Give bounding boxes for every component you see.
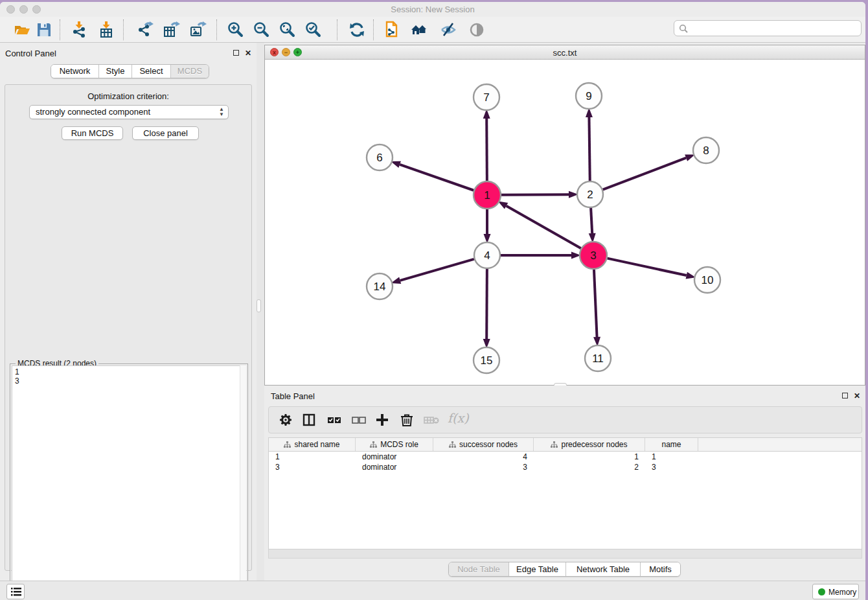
table-cell[interactable]: dominator xyxy=(356,462,433,472)
zoom-fit-icon[interactable] xyxy=(279,21,297,39)
column-header-name[interactable]: name xyxy=(645,438,698,451)
table-row[interactable]: 3dominator323 xyxy=(269,462,862,472)
toolbar-separator xyxy=(60,19,61,40)
column-tree-icon xyxy=(449,441,456,448)
add-row-icon[interactable] xyxy=(374,412,390,428)
optimization-criterion-value: strongly connected component xyxy=(36,107,150,117)
refresh-layout-icon[interactable] xyxy=(348,21,366,39)
select-stepper-icon: ▲▼ xyxy=(219,107,224,117)
status-bar: Memory xyxy=(0,581,865,600)
new-network-from-selection-icon[interactable] xyxy=(382,21,400,39)
tab-select[interactable]: Select xyxy=(132,65,171,78)
network-window-title: scc.txt xyxy=(265,48,865,58)
graph-edge-2-3[interactable] xyxy=(591,208,592,233)
graph-edge-3-11[interactable] xyxy=(594,270,597,337)
delete-selected-icon[interactable] xyxy=(400,412,414,428)
memory-button[interactable]: Memory xyxy=(812,584,859,599)
graph-edge-1-2[interactable] xyxy=(501,194,569,195)
control-panel-title: Control Panel xyxy=(5,49,56,58)
table-cell[interactable]: 1 xyxy=(645,452,698,462)
graph-edge-4-15[interactable] xyxy=(486,269,487,339)
graph-edge-2-8[interactable] xyxy=(603,158,687,190)
control-panel-close-icon[interactable]: ✕ xyxy=(245,49,251,57)
graph-node-label-8: 8 xyxy=(703,144,709,157)
close-panel-button[interactable]: Close panel xyxy=(132,126,199,140)
table-cell[interactable]: 3 xyxy=(433,462,534,472)
delete-column-icon[interactable] xyxy=(423,412,440,428)
toolbar-separator xyxy=(373,19,374,40)
graph-node-label-11: 11 xyxy=(592,352,604,365)
zoom-selected-icon[interactable] xyxy=(304,21,323,39)
graph-edge-3-1[interactable] xyxy=(507,206,581,248)
search-field[interactable] xyxy=(674,20,862,36)
table-panel-title: Table Panel xyxy=(271,391,315,401)
export-network-icon[interactable] xyxy=(136,21,154,39)
show-columns-icon[interactable] xyxy=(301,412,317,428)
toolbar-separator xyxy=(123,19,124,40)
column-header-label: predecessor nodes xyxy=(561,440,627,449)
mcds-result-textarea[interactable]: 1 3 xyxy=(12,365,246,600)
tab-edge-table[interactable]: Edge Table xyxy=(509,562,566,576)
splitter-handle[interactable] xyxy=(257,299,261,312)
hide-selected-icon[interactable] xyxy=(439,21,457,39)
select-all-icon[interactable] xyxy=(326,412,343,428)
table-cell[interactable]: 3 xyxy=(269,462,356,472)
table-panel: Table Panel ✕ f(x) xyxy=(264,386,865,581)
table-row[interactable]: 1dominator411 xyxy=(269,452,862,462)
column-header-successor-nodes[interactable]: successor nodes xyxy=(433,438,534,451)
open-session-icon[interactable] xyxy=(13,21,31,39)
apply-function-icon[interactable]: f(x) xyxy=(448,411,469,425)
column-header-label: successor nodes xyxy=(459,440,518,449)
graph-edge-1-6[interactable] xyxy=(400,165,474,190)
column-header-shared-name[interactable]: shared name xyxy=(269,438,356,451)
window-title: Session: New Session xyxy=(0,5,865,14)
tab-style[interactable]: Style xyxy=(99,65,132,78)
column-header-predecessor-nodes[interactable]: predecessor nodes xyxy=(534,438,645,451)
import-network-icon[interactable] xyxy=(70,21,88,39)
optimization-criterion-select[interactable]: strongly connected component ▲▼ xyxy=(29,105,229,119)
show-all-icon[interactable] xyxy=(468,21,486,39)
main-titlebar: Session: New Session xyxy=(0,2,865,17)
table-cell[interactable]: dominator xyxy=(356,452,433,462)
tab-motifs[interactable]: Motifs xyxy=(641,562,680,576)
table-panel-close-icon[interactable]: ✕ xyxy=(854,392,860,400)
table-horizontal-scrollbar[interactable] xyxy=(268,549,862,559)
column-header-MCDS-role[interactable]: MCDS role xyxy=(356,438,433,451)
import-table-icon[interactable] xyxy=(97,21,115,39)
export-table-icon[interactable] xyxy=(162,21,180,39)
run-mcds-button[interactable]: Run MCDS xyxy=(62,126,123,140)
toolbar-separator xyxy=(216,19,218,40)
deselect-all-icon[interactable] xyxy=(350,412,367,428)
list-icon xyxy=(8,585,25,599)
tab-node-table[interactable]: Node Table xyxy=(449,562,509,576)
table-cell[interactable]: 2 xyxy=(534,462,645,472)
table-options-icon[interactable] xyxy=(278,412,293,428)
control-panel-float-icon[interactable] xyxy=(233,50,239,56)
graph-node-label-3: 3 xyxy=(590,249,596,262)
desktop-frame-right xyxy=(865,0,868,600)
graph-edge-3-10[interactable] xyxy=(608,259,687,275)
zoom-in-icon[interactable] xyxy=(227,21,245,39)
table-panel-float-icon[interactable] xyxy=(842,393,848,398)
table-cell[interactable]: 4 xyxy=(433,452,534,462)
table-cell[interactable]: 1 xyxy=(534,452,645,462)
network-window-titlebar: x − + scc.txt xyxy=(265,45,865,60)
zoom-out-icon[interactable] xyxy=(253,21,271,39)
column-header-label: shared name xyxy=(294,440,339,449)
first-neighbors-icon[interactable] xyxy=(410,21,428,39)
table-cell[interactable]: 3 xyxy=(645,462,698,472)
search-input[interactable] xyxy=(691,22,859,35)
table-header-row: shared nameMCDS rolesuccessor nodesprede… xyxy=(269,438,862,452)
graph-edge-1-7[interactable] xyxy=(486,119,487,181)
save-session-icon[interactable] xyxy=(35,21,53,39)
export-image-icon[interactable] xyxy=(188,21,207,39)
tab-mcds[interactable]: MCDS xyxy=(171,65,209,78)
show-log-button[interactable] xyxy=(6,584,25,599)
graph-edge-4-14[interactable] xyxy=(400,259,474,281)
mcds-result-scrollbar[interactable] xyxy=(240,365,246,600)
network-canvas[interactable]: 1234678910111415 xyxy=(265,60,865,385)
tab-network-table[interactable]: Network Table xyxy=(566,562,641,576)
graph-edge-2-9[interactable] xyxy=(589,117,589,181)
table-cell[interactable]: 1 xyxy=(269,452,356,462)
tab-network[interactable]: Network xyxy=(51,65,99,78)
